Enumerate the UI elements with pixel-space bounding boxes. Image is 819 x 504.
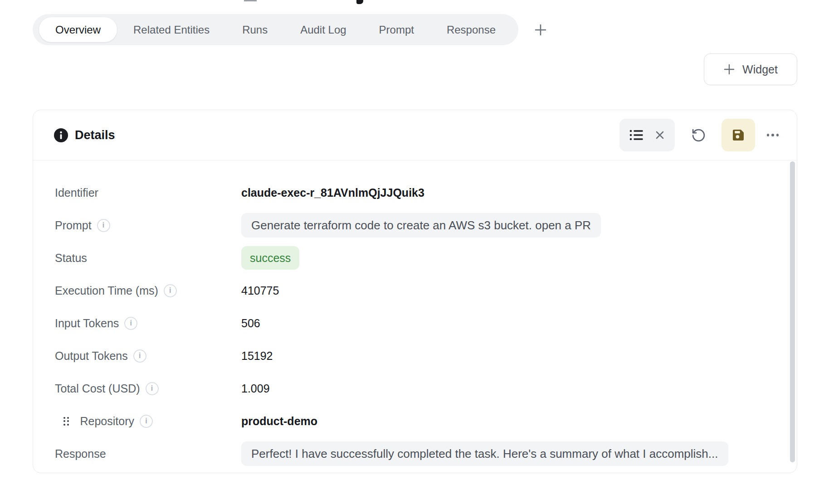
page-title-fragment [356, 0, 363, 4]
undo-button[interactable] [691, 128, 706, 143]
field-row-repository: Repository i product-demo [33, 405, 797, 437]
tab-prompt[interactable]: Prompt [363, 17, 430, 42]
repository-value: product-demo [241, 415, 317, 428]
tab-related-entities[interactable]: Related Entities [117, 17, 226, 42]
total-cost-value: 1.009 [241, 382, 270, 395]
plus-icon [534, 23, 547, 37]
ellipsis-icon [771, 134, 774, 136]
ellipsis-icon [776, 134, 779, 136]
plus-icon [723, 63, 735, 75]
prompt-value-chip: Generate terraform code to create an AWS… [241, 213, 601, 237]
tab-response[interactable]: Response [430, 17, 512, 42]
widget-button-label: Widget [742, 63, 778, 76]
undo-icon [691, 128, 706, 143]
tab-bar: Overview Related Entities Runs Audit Log… [33, 14, 551, 45]
field-row-identifier: Identifier claude-exec-r_81AVnlmQjJJQuik… [33, 176, 797, 209]
info-tooltip-icon[interactable]: i [140, 415, 153, 428]
save-button[interactable] [722, 119, 755, 151]
scrollbar-thumb[interactable] [790, 161, 795, 462]
status-badge: success [241, 246, 299, 270]
response-value-chip: Perfect! I have successfully completed t… [241, 441, 728, 466]
tab-list: Overview Related Entities Runs Audit Log… [33, 14, 518, 45]
drag-handle-icon[interactable] [63, 417, 69, 426]
field-label: Repository [80, 415, 135, 428]
field-label: Output Tokens [55, 349, 128, 363]
info-tooltip-icon[interactable]: i [97, 219, 110, 232]
field-label: Execution Time (ms) [55, 284, 158, 297]
field-label: Prompt [55, 219, 92, 232]
info-tooltip-icon[interactable]: i [164, 284, 177, 297]
field-label: Identifier [55, 186, 98, 199]
list-view-button[interactable] [629, 129, 643, 141]
field-row-input-tokens: Input Tokens i 506 [33, 307, 797, 339]
execution-time-value: 410775 [241, 284, 279, 297]
tab-audit-log[interactable]: Audit Log [284, 17, 362, 42]
field-label: Total Cost (USD) [55, 382, 140, 395]
info-tooltip-icon[interactable]: i [133, 349, 146, 363]
field-label: Status [55, 252, 87, 265]
tab-overview[interactable]: Overview [39, 17, 117, 42]
field-row-output-tokens: Output Tokens i 15192 [33, 339, 797, 372]
more-options-button[interactable] [767, 134, 779, 136]
close-button[interactable] [655, 130, 665, 140]
field-row-execution-time: Execution Time (ms) i 410775 [33, 274, 797, 307]
info-tooltip-icon[interactable]: i [146, 382, 159, 395]
list-close-button-group [619, 119, 675, 151]
field-label: Input Tokens [55, 317, 119, 330]
list-icon [629, 129, 643, 141]
details-card-header: Details [33, 110, 797, 160]
tab-runs[interactable]: Runs [226, 17, 284, 42]
field-row-total-cost: Total Cost (USD) i 1.009 [33, 372, 797, 405]
field-label: Response [55, 447, 106, 460]
input-tokens-value: 506 [241, 317, 260, 330]
info-icon [54, 128, 68, 142]
info-tooltip-icon[interactable]: i [124, 317, 137, 330]
add-widget-button[interactable]: Widget [704, 53, 797, 85]
identifier-value: claude-exec-r_81AVnlmQjJJQuik3 [241, 186, 424, 199]
field-row-status: Status success [33, 242, 797, 274]
output-tokens-value: 15192 [241, 349, 273, 363]
page-title-fragment [244, 0, 257, 1]
field-row-response: Response Perfect! I have successfully co… [33, 437, 797, 470]
ellipsis-icon [767, 134, 770, 136]
save-icon [731, 128, 746, 142]
field-row-prompt: Prompt i Generate terraform code to crea… [33, 209, 797, 242]
add-tab-button[interactable] [530, 19, 551, 40]
details-card-body: Identifier claude-exec-r_81AVnlmQjJJQuik… [33, 160, 797, 470]
close-icon [655, 130, 665, 140]
card-title: Details [75, 128, 115, 142]
details-card: Details [33, 110, 797, 473]
